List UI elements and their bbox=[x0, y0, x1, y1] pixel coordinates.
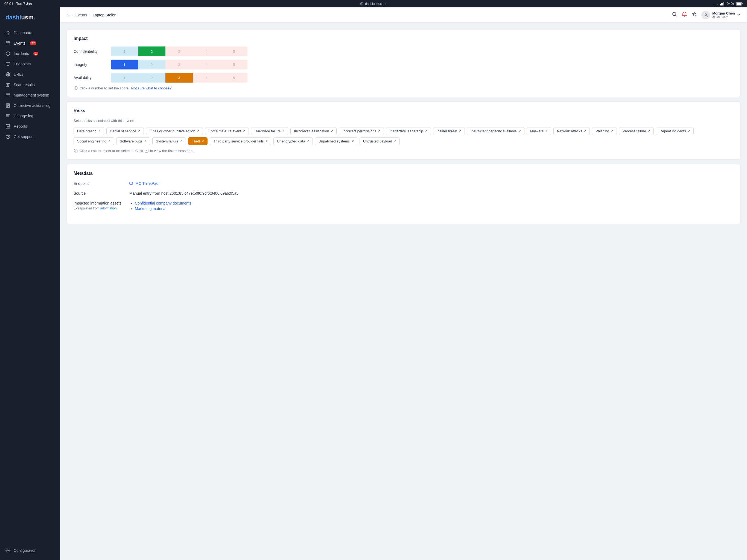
risk-tag-denial-of-service[interactable]: Denial of service ↗ bbox=[106, 127, 144, 135]
management-icon bbox=[5, 93, 10, 98]
endpoint-link[interactable]: MC ThinkPad bbox=[129, 181, 159, 186]
availability-label: Availability bbox=[74, 75, 106, 80]
external-link-icon[interactable]: ↗ bbox=[648, 129, 650, 133]
external-link-icon[interactable]: ↗ bbox=[688, 129, 690, 133]
risk-tag-system-failure[interactable]: System failure ↗ bbox=[152, 137, 186, 145]
risk-tag-unpatched-systems[interactable]: Unpatched systems ↗ bbox=[315, 137, 357, 145]
external-link-icon[interactable]: ↗ bbox=[202, 139, 204, 143]
sidebar: dashiusm. Dashboard Events 27 bbox=[0, 7, 60, 560]
sidebar-item-events[interactable]: Events 27 bbox=[0, 38, 60, 48]
ai-button[interactable] bbox=[692, 11, 697, 18]
breadcrumb-events[interactable]: Events bbox=[75, 13, 87, 17]
scale-cell-2[interactable]: 2 bbox=[138, 73, 165, 82]
scale-cell-3[interactable]: 3 bbox=[165, 59, 193, 70]
external-link-icon[interactable]: ↗ bbox=[144, 139, 147, 143]
sidebar-item-management-system[interactable]: Management system bbox=[0, 90, 60, 100]
risk-tag-theft[interactable]: Theft ↗ bbox=[188, 137, 208, 145]
scale-cell-5[interactable]: 5 bbox=[220, 73, 248, 82]
external-link-icon[interactable]: ↗ bbox=[331, 129, 333, 133]
sidebar-item-label: Scan results bbox=[14, 82, 35, 87]
external-link-icon[interactable]: ↗ bbox=[138, 129, 140, 133]
impact-hint-link[interactable]: Not sure what to choose? bbox=[131, 86, 172, 90]
breadcrumb: ⌂ › Events › Laptop Stolen bbox=[67, 12, 667, 18]
risk-tag-repeat-incidents[interactable]: Repeat incidents ↗ bbox=[656, 127, 694, 135]
sidebar-item-get-support[interactable]: Get support bbox=[0, 131, 60, 142]
sidebar-item-change-log[interactable]: Change log bbox=[0, 111, 60, 121]
risk-tag-force-majeure[interactable]: Force majeure event ↗ bbox=[205, 127, 249, 135]
risk-tag-data-breach[interactable]: Data breach ↗ bbox=[74, 127, 104, 135]
scale-cell-3[interactable]: 3 bbox=[165, 47, 193, 56]
sidebar-item-endpoints[interactable]: Endpoints bbox=[0, 59, 60, 69]
external-link-icon[interactable]: ↗ bbox=[307, 139, 309, 143]
sidebar-item-scan-results[interactable]: Scan results bbox=[0, 80, 60, 90]
scale-cell-5[interactable]: 5 bbox=[220, 59, 248, 70]
sidebar-item-reports[interactable]: Reports bbox=[0, 121, 60, 131]
risk-tag-software-bugs[interactable]: Software bugs ↗ bbox=[116, 137, 150, 145]
notifications-button[interactable] bbox=[681, 11, 687, 18]
source-value: Manual entry from host 2601:85:c47e:50f0… bbox=[129, 191, 238, 196]
external-link-icon[interactable]: ↗ bbox=[98, 129, 101, 133]
risk-tag-process-failure[interactable]: Process failure ↗ bbox=[619, 127, 654, 135]
external-link-icon[interactable]: ↗ bbox=[518, 129, 521, 133]
user-name: Morgan Chen bbox=[712, 11, 735, 15]
external-link-icon[interactable]: ↗ bbox=[545, 129, 548, 133]
integrity-scale[interactable]: 1 2 3 4 5 bbox=[111, 59, 248, 70]
impacted-item-1-link[interactable]: Confidential company documents bbox=[135, 201, 191, 205]
scale-cell-2[interactable]: 2 bbox=[138, 59, 165, 70]
external-link-icon[interactable]: ↗ bbox=[459, 129, 461, 133]
risk-tag-ineffective-leadership[interactable]: Ineffective leadership ↗ bbox=[386, 127, 431, 135]
risk-tag-incorrect-permissions[interactable]: Incorrect permissions ↗ bbox=[339, 127, 384, 135]
external-link-icon[interactable]: ↗ bbox=[394, 139, 396, 143]
risk-tag-insufficient-capacity[interactable]: Insufficient capacity available ↗ bbox=[467, 127, 524, 135]
impacted-item-2-link[interactable]: Marketing material bbox=[135, 206, 191, 211]
svg-rect-8 bbox=[6, 42, 10, 45]
external-link-icon[interactable]: ↗ bbox=[265, 139, 268, 143]
risk-tag-network-attacks[interactable]: Network attacks ↗ bbox=[553, 127, 590, 135]
scale-cell-4[interactable]: 4 bbox=[193, 59, 220, 70]
scale-cell-1[interactable]: 1 bbox=[111, 73, 138, 82]
external-link-icon[interactable]: ↗ bbox=[243, 129, 245, 133]
risk-tag-social-engineering[interactable]: Social engineering ↗ bbox=[74, 137, 114, 145]
external-link-icon[interactable]: ↗ bbox=[197, 129, 199, 133]
risk-tag-unencrypted-data[interactable]: Unencrypted data ↗ bbox=[274, 137, 313, 145]
risk-tag-insider-threat[interactable]: Insider threat ↗ bbox=[433, 127, 465, 135]
scale-cell-1[interactable]: 1 bbox=[111, 47, 138, 56]
risks-grid: Data breach ↗ Denial of service ↗ Fines … bbox=[74, 127, 733, 145]
risk-tag-malware[interactable]: Malware ↗ bbox=[526, 127, 551, 135]
availability-scale[interactable]: 1 2 3 4 5 bbox=[111, 73, 248, 82]
sidebar-item-incidents[interactable]: Incidents 1 bbox=[0, 48, 60, 59]
home-breadcrumb[interactable]: ⌂ bbox=[67, 12, 70, 18]
risk-tag-phishing[interactable]: Phishing ↗ bbox=[592, 127, 617, 135]
info-link[interactable]: information bbox=[100, 206, 117, 210]
scale-cell-4[interactable]: 4 bbox=[193, 47, 220, 56]
sidebar-item-configuration[interactable]: Configuration bbox=[0, 545, 60, 556]
scale-cell-4[interactable]: 4 bbox=[193, 73, 220, 82]
sidebar-item-dashboard[interactable]: Dashboard bbox=[0, 28, 60, 38]
confidentiality-scale[interactable]: 1 2 3 4 5 bbox=[111, 47, 248, 56]
external-link-icon[interactable]: ↗ bbox=[108, 139, 110, 143]
sidebar-item-label: Get support bbox=[14, 134, 34, 139]
sidebar-item-corrective-actions[interactable]: Corrective actions log bbox=[0, 100, 60, 111]
risk-tag-untrusted-payload[interactable]: Untrusted payload ↗ bbox=[360, 137, 400, 145]
integrity-row: Integrity 1 2 3 4 5 bbox=[74, 59, 733, 70]
external-link-icon[interactable]: ↗ bbox=[378, 129, 380, 133]
external-link-icon[interactable]: ↗ bbox=[180, 139, 182, 143]
external-link-icon[interactable]: ↗ bbox=[611, 129, 613, 133]
risk-tag-third-party[interactable]: Third party service provider fails ↗ bbox=[210, 137, 271, 145]
external-link-icon[interactable]: ↗ bbox=[584, 129, 586, 133]
external-link-icon[interactable]: ↗ bbox=[425, 129, 428, 133]
risk-tag-incorrect-classification[interactable]: Incorrect classification ↗ bbox=[290, 127, 337, 135]
scale-cell-2[interactable]: 2 bbox=[138, 47, 165, 56]
search-button[interactable] bbox=[672, 11, 677, 18]
scale-cell-1[interactable]: 1 bbox=[111, 59, 138, 70]
svg-rect-4 bbox=[723, 2, 724, 5]
sidebar-item-urls[interactable]: URLs bbox=[0, 69, 60, 80]
external-link-icon[interactable]: ↗ bbox=[351, 139, 354, 143]
user-dropdown-button[interactable] bbox=[737, 12, 741, 18]
external-link-icon[interactable]: ↗ bbox=[282, 129, 285, 133]
risk-tag-fines[interactable]: Fines or other punitive action ↗ bbox=[146, 127, 203, 135]
scale-cell-3[interactable]: 3 bbox=[165, 73, 193, 82]
risk-tag-hardware-failure[interactable]: Hardware failure ↗ bbox=[251, 127, 288, 135]
scale-cell-5[interactable]: 5 bbox=[220, 47, 248, 56]
svg-rect-24 bbox=[130, 182, 133, 184]
